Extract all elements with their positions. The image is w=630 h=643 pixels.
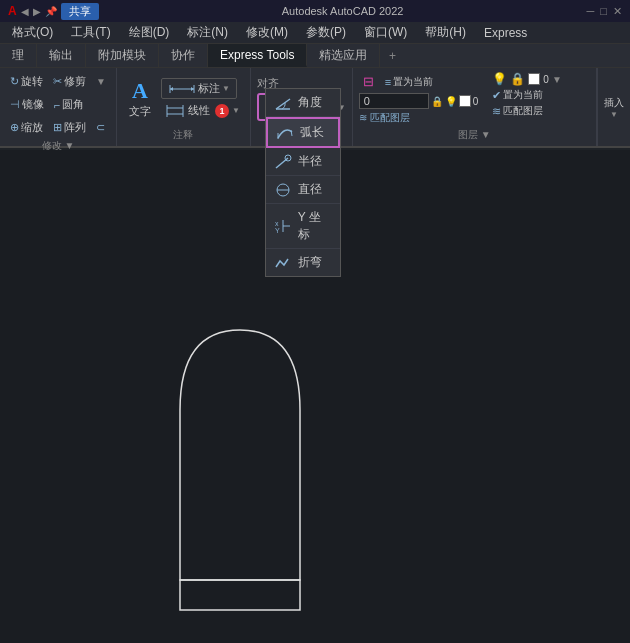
trim-button[interactable]: ✂ 修剪 xyxy=(49,72,90,91)
set-current-label: 置为当前 xyxy=(503,88,543,102)
menu-bar: 格式(O) 工具(T) 绘图(D) 标注(N) 修改(M) 参数(P) 窗口(W… xyxy=(0,22,630,44)
mirror-button[interactable]: ⊣ 镜像 xyxy=(6,95,48,114)
autocad-logo-icon: A xyxy=(8,4,17,18)
svg-text:x: x xyxy=(275,220,279,227)
scale-button[interactable]: ⊕ 缩放 xyxy=(6,118,47,137)
ribbon-group-modify: ↻ 旋转 ✂ 修剪 ▼ ⊣ 镜像 ⌐ 圆角 xyxy=(0,68,117,146)
match-icon: ≋ xyxy=(492,105,501,118)
linear-dim-icon xyxy=(165,104,185,118)
insert-group: 插入 ▼ xyxy=(597,68,630,146)
dropdown-item-diameter[interactable]: 直径 xyxy=(266,176,340,204)
layer-match-button[interactable]: ≡ 置为当前 xyxy=(381,73,437,91)
tab-add[interactable]: + xyxy=(380,44,404,67)
minimize-icon[interactable]: ─ xyxy=(587,5,595,18)
dropdown-item-coordinate[interactable]: x Y Y 坐标 xyxy=(266,204,340,249)
title-bar: A ◀ ▶ 📌 共享 Autodesk AutoCAD 2022 ─ □ ✕ xyxy=(0,0,630,22)
tab-collaborate[interactable]: 协作 xyxy=(159,44,208,67)
menu-item-window[interactable]: 窗口(W) xyxy=(356,22,415,43)
layer-dropdown-arrow[interactable]: ▼ xyxy=(552,74,562,85)
tab-featured[interactable]: 精选应用 xyxy=(307,44,380,67)
bulb-icon: 💡 xyxy=(492,72,507,86)
menu-item-dimension[interactable]: 标注(N) xyxy=(179,22,236,43)
svg-line-16 xyxy=(276,158,288,168)
layer-color-icon xyxy=(459,95,471,107)
angle-icon xyxy=(274,95,292,111)
dimension-button[interactable]: 标注 ▼ xyxy=(161,78,237,99)
arc-menu-icon xyxy=(276,125,294,141)
set-current-icon: ✔ xyxy=(492,89,501,102)
svg-rect-24 xyxy=(180,580,300,610)
rotate-button[interactable]: ↻ 旋转 xyxy=(6,72,47,91)
app-title: Autodesk AutoCAD 2022 xyxy=(282,5,404,17)
window-controls: ─ □ ✕ xyxy=(587,5,622,18)
insert-arrow[interactable]: ▼ xyxy=(610,110,618,119)
menu-item-modify[interactable]: 修改(M) xyxy=(238,22,296,43)
tab-output[interactable]: 输出 xyxy=(37,44,86,67)
menu-item-help[interactable]: 帮助(H) xyxy=(417,22,474,43)
svg-text:Y: Y xyxy=(275,227,280,234)
dropdown-item-radius[interactable]: 半径 xyxy=(266,148,340,176)
color-swatch xyxy=(528,73,540,85)
fillet-button[interactable]: ⌐ 圆角 xyxy=(50,95,88,114)
layer-props-icon: ⊟ xyxy=(363,74,374,89)
title-bar-nav-back[interactable]: ◀ xyxy=(21,6,29,17)
diameter-icon xyxy=(274,182,292,198)
svg-line-12 xyxy=(276,99,290,109)
maximize-icon[interactable]: □ xyxy=(600,5,607,18)
layer-match-icon: ≡ xyxy=(385,76,391,88)
text-icon: A xyxy=(132,80,148,102)
layer-visible-icon: 💡 xyxy=(445,96,457,107)
tab-addins[interactable]: 附加模块 xyxy=(86,44,159,67)
match-layer-button[interactable]: ≋ 匹配图层 xyxy=(359,111,410,125)
fillet-icon: ⌐ xyxy=(54,99,60,111)
linear-badge: 1 xyxy=(215,104,229,118)
layer-number-input: 0 xyxy=(473,96,479,107)
dimension-icon xyxy=(168,82,196,96)
insert-label: 插入 xyxy=(604,96,624,110)
annotation-group-label: 注释 xyxy=(123,126,244,142)
jog-icon xyxy=(274,255,292,271)
match-label: 匹配图层 xyxy=(503,104,543,118)
offset-icon: ⊂ xyxy=(96,121,105,134)
dropdown-item-arclength[interactable]: 弧长 xyxy=(266,117,340,148)
ribbon-group-layer: ⊟ ≡ 置为当前 🔒 💡 0 ≋ 匹配图层 xyxy=(353,68,597,146)
title-bar-pin[interactable]: 📌 xyxy=(45,6,57,17)
ribbon-group-annotation: A 文字 标注 ▼ xyxy=(117,68,251,146)
menu-item-tools[interactable]: 工具(T) xyxy=(63,22,118,43)
radius-icon xyxy=(274,154,292,170)
trim-icon: ✂ xyxy=(53,75,62,88)
layer-color-num: 0 xyxy=(543,74,549,85)
dropdown-item-jog[interactable]: 折弯 xyxy=(266,249,340,276)
title-bar-nav-fwd[interactable]: ▶ xyxy=(33,6,41,17)
menu-item-format[interactable]: 格式(O) xyxy=(4,22,61,43)
tab-manage[interactable]: 理 xyxy=(0,44,37,67)
title-bar-left: A ◀ ▶ 📌 共享 xyxy=(8,3,99,20)
trim-arrow[interactable]: ▼ xyxy=(92,74,110,89)
linear-dim-button[interactable]: 线性 1 ▼ xyxy=(161,101,244,120)
tab-express-tools[interactable]: Express Tools xyxy=(208,44,307,67)
array-icon: ⊞ xyxy=(53,121,62,134)
layer-name-input[interactable] xyxy=(359,93,429,109)
share-button[interactable]: 共享 xyxy=(61,3,99,20)
menu-item-params[interactable]: 参数(P) xyxy=(298,22,354,43)
rotate-icon: ↻ xyxy=(10,75,19,88)
tab-row: 理 输出 附加模块 协作 Express Tools 精选应用 + xyxy=(0,44,630,68)
dropdown-item-angle[interactable]: 角度 xyxy=(266,89,340,117)
mirror-icon: ⊣ xyxy=(10,98,20,111)
menu-item-draw[interactable]: 绘图(D) xyxy=(121,22,178,43)
coordinate-icon: x Y xyxy=(274,218,292,234)
layer-props-button[interactable]: ⊟ xyxy=(359,72,378,91)
layer-group-label: 图层 ▼ xyxy=(359,126,590,142)
offset-button[interactable]: ⊂ xyxy=(92,119,109,136)
svg-line-15 xyxy=(291,130,292,136)
menu-item-express[interactable]: Express xyxy=(476,24,535,42)
layer-lock-icon: 🔒 xyxy=(431,96,443,107)
text-button[interactable]: A 文字 xyxy=(123,76,157,123)
array-button[interactable]: ⊞ 阵列 xyxy=(49,118,90,137)
lock2-icon: 🔒 xyxy=(510,72,525,86)
scale-icon: ⊕ xyxy=(10,121,19,134)
close-icon[interactable]: ✕ xyxy=(613,5,622,18)
arc-dropdown-menu: 角度 弧长 半径 直径 x Y Y 坐标 xyxy=(265,88,341,277)
